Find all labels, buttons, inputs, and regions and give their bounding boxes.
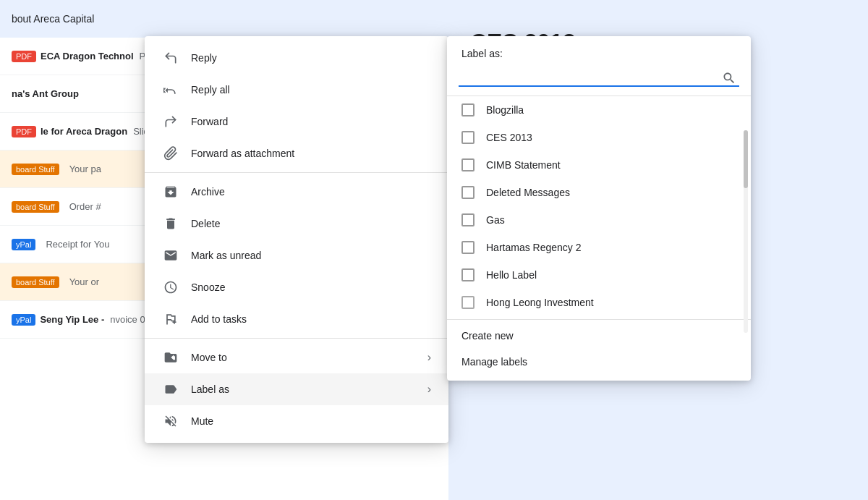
label-item-gas[interactable]: Gas <box>447 206 751 234</box>
email-header-row: bout Areca Capital <box>0 0 448 38</box>
mute-icon <box>162 412 179 430</box>
label-tag: board Stuff <box>12 164 59 175</box>
label-item-blogzilla[interactable]: Blogzilla <box>447 96 751 124</box>
attachment-badge: PDF <box>12 51 36 62</box>
email-subject: Your or <box>69 276 99 287</box>
delete-icon <box>162 215 179 232</box>
menu-label-forward: Forward <box>191 116 431 127</box>
label-icon <box>162 381 179 398</box>
menu-label-move-to: Move to <box>191 352 427 363</box>
paperclip-icon <box>162 145 179 162</box>
menu-label-reply: Reply <box>191 52 431 64</box>
email-sender: le for Areca Dragon <box>41 126 127 137</box>
menu-label-delete: Delete <box>191 218 431 229</box>
label-checkbox-hongleong[interactable] <box>461 296 475 309</box>
label-checkbox-ces2013[interactable] <box>461 131 475 144</box>
menu-item-forward[interactable]: Forward <box>145 106 448 137</box>
label-tag: board Stuff <box>12 201 59 213</box>
snooze-icon <box>162 279 179 296</box>
label-name-deleted: Deleted Messages <box>486 187 570 198</box>
add-tasks-icon <box>162 310 179 328</box>
menu-item-delete[interactable]: Delete <box>145 208 448 240</box>
mark-unread-icon <box>162 247 179 264</box>
create-new-label-button[interactable]: Create new <box>447 323 751 349</box>
menu-label-label-as: Label as <box>191 384 427 395</box>
label-tag: yPal <box>12 239 35 250</box>
forward-icon <box>162 113 179 130</box>
menu-label-forward-attachment: Forward as attachment <box>191 148 431 159</box>
label-item-cimb[interactable]: CIMB Statement <box>447 151 751 179</box>
label-as-arrow: › <box>427 383 431 396</box>
header-text: bout Areca Capital <box>12 13 94 25</box>
submenu-header: Label as: <box>447 36 751 65</box>
attachment-badge: PDF <box>12 126 36 137</box>
label-tag: yPal <box>12 314 35 326</box>
menu-item-label-as[interactable]: Label as › <box>145 373 448 405</box>
label-checkbox-hartamas[interactable] <box>461 241 475 254</box>
email-sender: na's Ant Group <box>12 88 79 99</box>
search-icon[interactable] <box>722 71 736 89</box>
menu-item-reply[interactable]: Reply <box>145 42 448 74</box>
menu-item-mute[interactable]: Mute <box>145 405 448 437</box>
label-submenu: Label as: Blogzilla CES 2013 CIMB Statem… <box>447 36 751 381</box>
email-subject: Order # <box>69 201 101 212</box>
label-name-hongleong: Hong Leong Investment <box>486 297 594 308</box>
menu-label-add-tasks: Add to tasks <box>191 313 431 325</box>
email-subject: Your pa <box>69 164 101 174</box>
label-tag: board Stuff <box>12 276 59 288</box>
label-list: Blogzilla CES 2013 CIMB Statement Delete… <box>447 96 751 316</box>
label-checkbox-gas[interactable] <box>461 213 475 226</box>
label-name-gas: Gas <box>486 214 505 226</box>
menu-label-snooze: Snooze <box>191 281 431 293</box>
menu-item-add-tasks[interactable]: Add to tasks <box>145 303 448 335</box>
context-menu: Reply Reply all Forward Forward as <box>145 36 448 443</box>
menu-item-move-to[interactable]: Move to › <box>145 342 448 373</box>
menu-label-mute: Mute <box>191 415 431 427</box>
email-sender: ECA Dragon Technol <box>41 51 134 62</box>
reply-icon <box>162 49 179 67</box>
label-checkbox-blogzilla[interactable] <box>461 103 475 116</box>
label-name-blogzilla: Blogzilla <box>486 104 524 116</box>
label-checkbox-deleted[interactable] <box>461 186 475 199</box>
email-subject: Receipt for You <box>46 239 109 250</box>
menu-label-reply-all: Reply all <box>191 84 431 96</box>
move-to-arrow: › <box>427 351 431 364</box>
move-to-icon <box>162 349 179 366</box>
label-name-hello: Hello Label <box>486 269 537 281</box>
label-name-hartamas: Hartamas Regency 2 <box>486 242 582 253</box>
scrollbar-track[interactable] <box>744 130 748 333</box>
label-item-hello[interactable]: Hello Label <box>447 261 751 289</box>
label-item-hongleong[interactable]: Hong Leong Investment <box>447 289 751 316</box>
archive-icon <box>162 183 179 200</box>
label-checkbox-hello[interactable] <box>461 268 475 281</box>
label-checkbox-cimb[interactable] <box>461 158 475 171</box>
reply-all-icon <box>162 81 179 98</box>
menu-label-archive: Archive <box>191 186 431 198</box>
label-item-ces2013[interactable]: CES 2013 <box>447 124 751 151</box>
email-sender: Seng Yip Lee - <box>40 314 104 325</box>
menu-label-mark-unread: Mark as unread <box>191 250 431 261</box>
menu-item-forward-attachment[interactable]: Forward as attachment <box>145 137 448 169</box>
submenu-divider <box>447 319 751 320</box>
label-search-input[interactable] <box>459 68 739 87</box>
menu-item-reply-all[interactable]: Reply all <box>145 74 448 106</box>
label-name-cimb: CIMB Statement <box>486 159 561 171</box>
menu-item-mark-unread[interactable]: Mark as unread <box>145 240 448 271</box>
label-item-hartamas[interactable]: Hartamas Regency 2 <box>447 234 751 261</box>
submenu-search <box>447 65 751 96</box>
menu-item-archive[interactable]: Archive <box>145 176 448 208</box>
label-item-deleted[interactable]: Deleted Messages <box>447 179 751 206</box>
manage-labels-button[interactable]: Manage labels <box>447 349 751 375</box>
scrollbar-thumb[interactable] <box>744 130 748 188</box>
menu-item-snooze[interactable]: Snooze <box>145 271 448 303</box>
label-name-ces2013: CES 2013 <box>486 132 532 143</box>
